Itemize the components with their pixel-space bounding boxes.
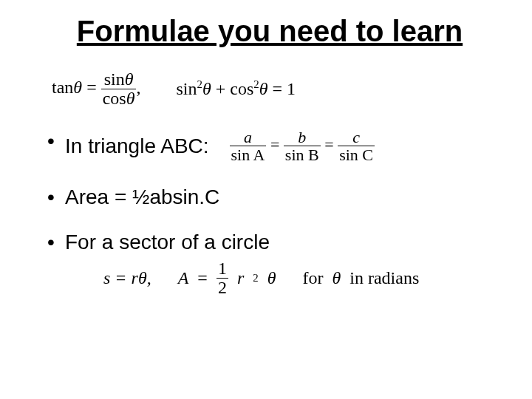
eq-sr-2: =: [324, 135, 333, 154]
one: 1: [216, 259, 228, 278]
sinB: sin B: [284, 146, 321, 163]
sinC: sin C: [338, 146, 375, 163]
sine-rule: a sin A = b sin B = c sin C: [230, 129, 375, 163]
theta-sector: θ: [267, 268, 276, 288]
a: a: [242, 129, 253, 146]
fraction-sin-over-cos: sinθ cosθ: [101, 70, 137, 108]
frac-a: a sin A: [230, 129, 267, 163]
arc-length: s = rθ,: [103, 268, 151, 288]
eq-one: = 1: [273, 79, 296, 98]
sin-num: sin: [104, 69, 125, 89]
theta-den: θ: [126, 89, 135, 108]
cos-exp: 2: [253, 78, 259, 90]
half-frac: 1 2: [216, 259, 228, 297]
eq-sr-1: =: [270, 135, 279, 154]
triangle-label: In triangle ABC:: [65, 134, 209, 159]
eq-sector: =: [197, 268, 208, 288]
slide: Formulae you need to learn tanθ = sinθ c…: [0, 0, 532, 399]
eq-1: =: [86, 78, 97, 97]
r: r: [237, 268, 244, 288]
frac-c: c sin C: [338, 129, 375, 163]
A-label: A: [178, 268, 189, 288]
theta-3: θ: [259, 79, 268, 98]
sector-label: For a sector of a circle: [65, 231, 270, 253]
page-title: Formulae you need to learn: [44, 15, 495, 48]
cos2-label: cos: [230, 79, 253, 98]
tan-identity: tanθ = sinθ cosθ ,: [52, 70, 140, 108]
sinA: sin A: [230, 146, 267, 163]
two: 2: [216, 278, 228, 297]
bullet-sector: For a sector of a circle: [44, 230, 495, 255]
plus: +: [216, 79, 226, 98]
for-text: for: [302, 268, 323, 288]
tan-label: tan: [52, 78, 73, 97]
area-text: Area = ½absin.C: [65, 185, 219, 208]
comma-1: ,: [136, 78, 140, 97]
b: b: [296, 129, 307, 146]
in-radians: in radians: [349, 268, 419, 288]
theta-2: θ: [202, 79, 211, 98]
theta-num: θ: [125, 69, 134, 89]
frac-b: b sin B: [284, 129, 321, 163]
sin-exp: 2: [197, 78, 202, 90]
bullet-triangle: In triangle ABC: a sin A = b sin B = c s…: [44, 129, 495, 163]
bullet-list: In triangle ABC: a sin A = b sin B = c s…: [44, 129, 495, 254]
trig-identities-row: tanθ = sinθ cosθ , sin2θ + cos2θ = 1: [52, 70, 495, 108]
c: c: [351, 129, 361, 146]
pythagorean-identity: sin2θ + cos2θ = 1: [176, 79, 296, 99]
sin2-label: sin: [176, 79, 197, 98]
cos-den: cos: [103, 89, 126, 108]
theta-cond: θ: [332, 268, 341, 288]
bullet-area: Area = ½absin.C: [44, 185, 495, 210]
theta-1: θ: [73, 78, 82, 97]
sector-formulae: s = rθ, A = 1 2 r2θ for θ in radians: [103, 259, 495, 297]
